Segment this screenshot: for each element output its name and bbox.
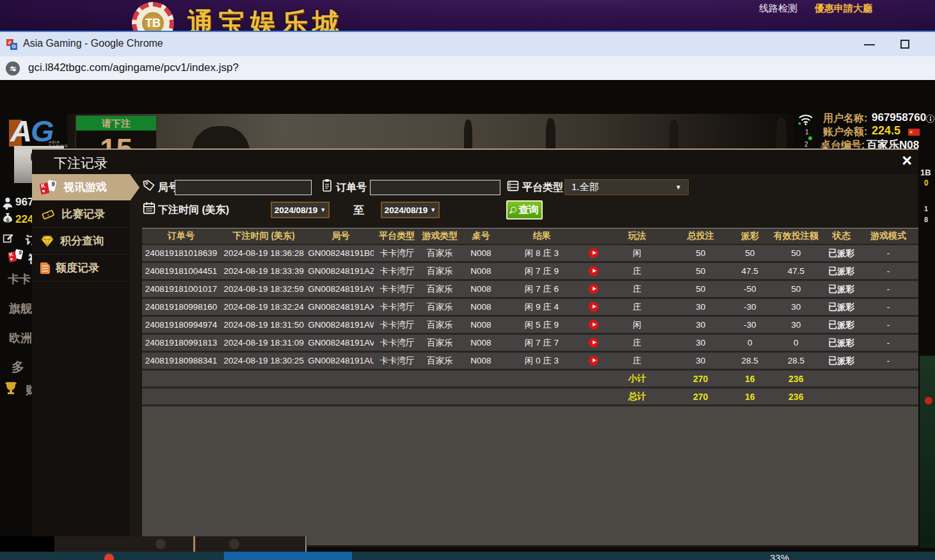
subtotal-row: 小计27016236 bbox=[142, 370, 918, 388]
stat-fragment: 8 bbox=[924, 216, 928, 223]
cell-play-type: 庄 bbox=[606, 280, 669, 298]
chevron-down-icon: ▼ bbox=[430, 207, 436, 213]
cell-empty bbox=[582, 370, 606, 388]
bet-time-label: 下注时间 (美东) bbox=[158, 204, 229, 217]
chat-toolbar-icon[interactable] bbox=[229, 539, 239, 549]
cell-total-bet: 30 bbox=[669, 316, 733, 334]
ticket-icon bbox=[40, 208, 56, 221]
replay-play-icon[interactable] bbox=[589, 338, 598, 348]
cell-play-type: 闲 bbox=[606, 244, 669, 262]
cell-status: 已派彩 bbox=[825, 352, 858, 370]
username-value: 967958760 bbox=[872, 111, 926, 124]
banker-marker bbox=[925, 397, 932, 404]
tab-video-games[interactable]: 9 K♥ 视讯游戏 bbox=[32, 174, 130, 201]
cell-game-type: 百家乐 bbox=[420, 244, 460, 262]
table-row: 2408191809883412024-08-19 18:30:25GN0082… bbox=[142, 352, 918, 370]
cell-empty bbox=[374, 388, 420, 406]
tab-points-query[interactable]: 积分查询 bbox=[32, 228, 130, 255]
road-number: 2 bbox=[804, 141, 808, 148]
summary-valid-bet: 236 bbox=[767, 370, 825, 388]
cell-replay bbox=[582, 298, 606, 316]
cell-empty bbox=[502, 388, 581, 406]
cell-table-number: N008 bbox=[460, 316, 502, 334]
minimize-button[interactable] bbox=[864, 44, 875, 45]
cell-valid-bet: 47.5 bbox=[767, 262, 825, 280]
cell-payout: 47.5 bbox=[733, 262, 767, 280]
cell-order-number: 240819180998160 bbox=[142, 298, 220, 316]
replay-play-icon[interactable] bbox=[589, 320, 598, 330]
promo-hall-link[interactable]: 優惠申請大廳 bbox=[815, 3, 872, 15]
lobby-menu-fragment[interactable]: 卡卡 bbox=[8, 271, 31, 287]
replay-play-icon[interactable] bbox=[589, 284, 598, 294]
progress-percent: 33% bbox=[770, 552, 789, 560]
table-row: 2408191809918132024-08-19 18:31:09GN0082… bbox=[142, 334, 918, 352]
lobby-menu-fragment[interactable]: 欧洲 bbox=[9, 330, 32, 346]
limit-fragment: 0 bbox=[924, 179, 929, 188]
site-settings-icon[interactable] bbox=[6, 61, 20, 76]
cell-total-bet: 30 bbox=[669, 298, 733, 316]
column-header: 总投注 bbox=[669, 228, 733, 244]
game-number-fragment: 1B bbox=[920, 168, 931, 177]
cell-order-number: 240819181018639 bbox=[142, 244, 220, 262]
cards-icon: 9 K♥ bbox=[40, 180, 58, 195]
cell-total-bet: 50 bbox=[669, 262, 733, 280]
table-felt bbox=[920, 356, 935, 548]
cell-total-bet: 50 bbox=[669, 280, 733, 298]
replay-play-icon[interactable] bbox=[589, 266, 598, 276]
search-button[interactable]: 查询 bbox=[506, 200, 543, 220]
platform-type-select[interactable]: 1.全部 ▼ bbox=[564, 179, 689, 195]
line-check-link[interactable]: 线路检测 bbox=[759, 3, 797, 15]
username-label: 用户名称: bbox=[823, 112, 867, 125]
wifi-icon bbox=[797, 113, 814, 125]
stat-fragment: 1 bbox=[924, 205, 928, 212]
cell-status: 已派彩 bbox=[825, 244, 858, 262]
maximize-button[interactable] bbox=[900, 40, 909, 49]
table-row: 2408191809981602024-08-19 18:32:24GN0082… bbox=[142, 298, 918, 316]
bottle-shape bbox=[546, 118, 555, 150]
table-body: 2408191810186392024-08-19 18:36:28GN0082… bbox=[142, 244, 918, 406]
brand-title: 通宝娱乐城 bbox=[187, 5, 344, 31]
replay-play-icon[interactable] bbox=[589, 248, 598, 258]
date-from-select[interactable]: 2024/08/19▼ bbox=[271, 202, 330, 218]
date-to-select[interactable]: 2024/08/19▼ bbox=[381, 202, 440, 218]
cell-platform: 卡卡湾厅 bbox=[374, 298, 420, 316]
cell-payout: 28.5 bbox=[733, 352, 767, 370]
cell-replay bbox=[582, 280, 606, 298]
game-number-input[interactable] bbox=[175, 180, 312, 195]
chip-toolbar-icon[interactable] bbox=[156, 539, 166, 549]
replay-play-icon[interactable] bbox=[589, 356, 598, 365]
tab-quota-records[interactable]: 额度记录 bbox=[32, 255, 130, 282]
cell-game-mode: - bbox=[858, 352, 918, 370]
clipboard-icon bbox=[321, 179, 333, 192]
cell-play-type: 庄 bbox=[606, 262, 669, 280]
bottle-shape bbox=[776, 117, 787, 152]
cell-status: 已派彩 bbox=[825, 334, 858, 352]
taskbar-active-segment[interactable] bbox=[224, 552, 352, 560]
tab-match-records[interactable]: 比赛记录 bbox=[32, 201, 130, 228]
column-header: 桌号 bbox=[460, 228, 502, 244]
magnifier-icon bbox=[510, 207, 516, 213]
cell-empty bbox=[142, 370, 220, 388]
address-bar[interactable]: gci.l842tbgc.com/agingame/pcv1/index.jsp… bbox=[0, 56, 935, 81]
info-icon[interactable] bbox=[926, 115, 934, 123]
cell-valid-bet: 50 bbox=[767, 280, 825, 298]
cell-order-number: 240819180988341 bbox=[142, 352, 220, 370]
cell-platform: 卡卡湾厅 bbox=[374, 244, 420, 262]
bet-timer-label: 请下注 bbox=[76, 116, 156, 131]
china-flag-icon: ★ bbox=[908, 129, 920, 136]
replay-play-icon[interactable] bbox=[589, 302, 598, 312]
chip-label: TB bbox=[142, 12, 164, 31]
cell-order-number: 240819181001017 bbox=[142, 280, 220, 298]
cell-platform: 卡卡湾厅 bbox=[374, 316, 420, 334]
summary-total-bet: 270 bbox=[669, 388, 733, 406]
lobby-menu-fragment[interactable]: 旗舰 bbox=[9, 301, 32, 316]
cell-result: 闲 0 庄 3 bbox=[502, 352, 581, 370]
balance-value: 224.5 bbox=[872, 124, 900, 138]
cell-status: 已派彩 bbox=[825, 316, 858, 334]
close-icon[interactable]: × bbox=[902, 149, 912, 172]
column-header: 玩法 bbox=[606, 228, 669, 244]
column-header: 状态 bbox=[825, 228, 858, 244]
order-number-input[interactable] bbox=[370, 180, 500, 195]
lobby-menu-fragment[interactable]: 多 bbox=[12, 358, 24, 376]
cell-bet-time: 2024-08-19 18:31:09 bbox=[220, 334, 307, 352]
